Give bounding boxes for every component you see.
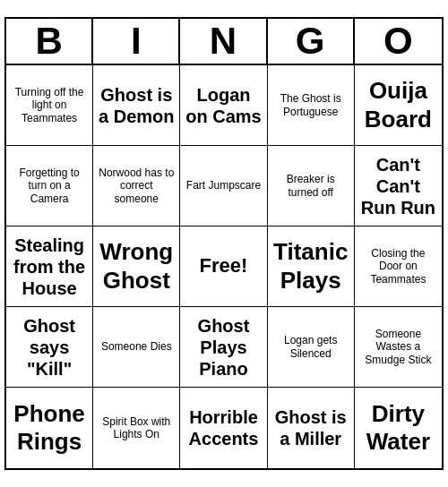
bingo-cell: Closing the Door on Teammates: [355, 226, 442, 307]
cell-label: Wrong Ghost: [97, 238, 176, 294]
bingo-cell: Titanic Plays: [268, 226, 355, 307]
cell-label: Spirit Box with Lights On: [97, 415, 176, 441]
cell-label: Turning off the light on Teammates: [10, 86, 89, 124]
cell-label: Ghost is a Demon: [97, 84, 176, 127]
bingo-cell: Turning off the light on Teammates: [6, 65, 93, 146]
bingo-cell: Breaker is turned off: [268, 146, 355, 226]
header-letter: I: [93, 19, 180, 64]
cell-label: Logan gets Silenced: [271, 334, 350, 360]
bingo-cell: Norwood has to correct someone: [93, 146, 180, 226]
bingo-cell: Stealing from the House: [6, 226, 93, 307]
header-letter: B: [6, 19, 93, 64]
bingo-cell: Free!: [180, 226, 267, 307]
bingo-cell: Logan gets Silenced: [268, 307, 355, 388]
bingo-cell: Phone Rings: [6, 388, 93, 468]
bingo-cell: Ghost says "Kill": [6, 307, 93, 388]
bingo-cell: Can't Can't Run Run: [355, 146, 442, 226]
cell-label: Someone Wastes a Smudge Stick: [358, 328, 438, 366]
bingo-header: BINGO: [6, 19, 442, 65]
cell-label: The Ghost is Portuguese: [271, 92, 350, 118]
cell-label: Forgetting to turn on a Camera: [10, 167, 89, 205]
header-letter: N: [180, 19, 267, 64]
header-letter: G: [268, 19, 355, 64]
cell-label: Can't Can't Run Run: [358, 154, 438, 218]
cell-label: Dirty Water: [358, 400, 438, 456]
bingo-cell: Ouija Board: [355, 65, 442, 146]
cell-label: Free!: [200, 254, 248, 278]
bingo-card: BINGO Turning off the light on Teammates…: [4, 17, 444, 470]
header-letter: O: [355, 19, 442, 64]
cell-label: Fart Jumpscare: [186, 179, 261, 192]
bingo-cell: Forgetting to turn on a Camera: [6, 146, 93, 226]
bingo-cell: The Ghost is Portuguese: [268, 65, 355, 146]
bingo-cell: Ghost is a Demon: [93, 65, 180, 146]
bingo-cell: Dirty Water: [355, 388, 442, 468]
bingo-cell: Someone Dies: [93, 307, 180, 388]
cell-label: Titanic Plays: [271, 238, 350, 294]
cell-label: Stealing from the House: [10, 235, 89, 299]
cell-label: Phone Rings: [10, 400, 89, 456]
bingo-cell: Someone Wastes a Smudge Stick: [355, 307, 442, 388]
cell-label: Closing the Door on Teammates: [358, 247, 438, 286]
bingo-cell: Fart Jumpscare: [180, 146, 267, 226]
cell-label: Breaker is turned off: [271, 173, 350, 199]
cell-label: Someone Dies: [101, 340, 172, 353]
cell-label: Logan on Cams: [184, 84, 263, 127]
bingo-cell: Ghost is a Miller: [268, 388, 355, 468]
cell-label: Ghost says "Kill": [10, 315, 89, 380]
bingo-grid: Turning off the light on TeammatesGhost …: [6, 65, 442, 468]
bingo-cell: Logan on Cams: [180, 65, 267, 146]
bingo-cell: Ghost Plays Piano: [180, 307, 267, 388]
cell-label: Norwood has to correct someone: [97, 167, 176, 205]
cell-label: Ouija Board: [358, 77, 438, 132]
bingo-cell: Spirit Box with Lights On: [93, 388, 180, 468]
bingo-cell: Wrong Ghost: [93, 226, 180, 307]
cell-label: Horrible Accents: [184, 406, 263, 449]
cell-label: Ghost Plays Piano: [184, 315, 263, 380]
bingo-cell: Horrible Accents: [180, 388, 267, 468]
cell-label: Ghost is a Miller: [271, 406, 350, 449]
